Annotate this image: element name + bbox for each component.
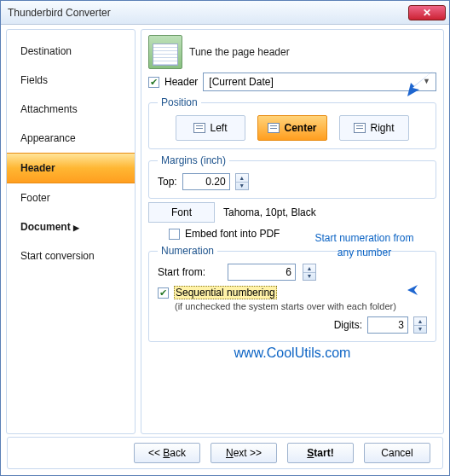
- spin-down-icon[interactable]: ▼: [236, 183, 248, 190]
- sidebar-item-footer[interactable]: Footer: [7, 183, 135, 212]
- numeration-legend: Numeration: [158, 245, 217, 257]
- sequential-label: Sequential numbering: [174, 286, 277, 299]
- margins-legend: Margins (inch): [158, 154, 229, 166]
- start-button[interactable]: Start!: [287, 443, 354, 463]
- align-left-label: Left: [210, 122, 227, 134]
- page-header-icon: [148, 35, 182, 69]
- close-icon: ✕: [423, 7, 431, 19]
- start-from-label: Start from:: [158, 266, 221, 278]
- spin-down-icon[interactable]: ▼: [414, 326, 426, 334]
- digits-label: Digits:: [334, 319, 362, 331]
- sidebar-item-attachments[interactable]: Attachments: [7, 95, 135, 124]
- header-template-select[interactable]: [Current Date]: [203, 73, 436, 91]
- margin-top-input[interactable]: [182, 173, 230, 190]
- sidebar-item-header[interactable]: Header: [7, 153, 135, 183]
- spin-up-icon[interactable]: ▲: [236, 174, 248, 183]
- spin-up-icon[interactable]: ▲: [414, 317, 426, 326]
- margin-top-label: Top:: [158, 176, 177, 188]
- sidebar-item-appearance[interactable]: Appearance: [7, 124, 135, 153]
- window-title: Thunderbird Converter: [8, 7, 408, 19]
- align-right-icon: [354, 123, 366, 133]
- start-from-input[interactable]: [228, 264, 296, 281]
- spin-up-icon[interactable]: ▲: [303, 264, 315, 273]
- margins-group: Margins (inch) Top: ▲ ▼: [148, 154, 436, 199]
- align-center-button[interactable]: Center: [257, 115, 327, 141]
- sidebar-item-start-conversion[interactable]: Start conversion: [7, 241, 135, 270]
- font-button[interactable]: Font: [148, 202, 215, 223]
- titlebar: Thunderbird Converter ✕: [1, 1, 449, 25]
- header-template-value: [Current Date]: [209, 76, 273, 88]
- embed-font-checkbox[interactable]: ✔: [169, 229, 180, 240]
- sequential-note: (if unchecked the system starts over wit…: [175, 301, 427, 311]
- align-center-label: Center: [284, 122, 316, 134]
- sidebar: Destination Fields Attachments Appearanc…: [6, 29, 136, 434]
- numeration-group: Numeration Start from: ▲ ▼ ✔ Sequential …: [148, 245, 436, 342]
- header-checkbox[interactable]: ✔: [148, 77, 159, 88]
- align-right-label: Right: [370, 122, 394, 134]
- sidebar-item-label: Document: [20, 221, 71, 233]
- back-button[interactable]: << Back: [134, 443, 200, 463]
- footer-url[interactable]: www.CoolUtils.com: [148, 345, 436, 361]
- digits-spinner[interactable]: ▲ ▼: [413, 316, 427, 334]
- sidebar-item-fields[interactable]: Fields: [7, 66, 135, 95]
- sequential-checkbox[interactable]: ✔: [158, 287, 169, 299]
- sidebar-item-document[interactable]: Document▶: [7, 212, 135, 241]
- align-left-icon: [193, 123, 205, 133]
- position-group: Position Left Center Right: [148, 96, 436, 149]
- digits-input[interactable]: [367, 316, 408, 334]
- main-panel: Tune the page header ✔ Header [Current D…: [141, 29, 444, 434]
- margin-top-spinner[interactable]: ▲ ▼: [235, 173, 249, 190]
- cancel-button[interactable]: Cancel: [364, 443, 430, 463]
- next-button[interactable]: Next >>: [211, 443, 277, 463]
- wizard-buttons: << Back Next >> Start! Cancel: [7, 437, 443, 469]
- align-center-icon: [268, 123, 280, 133]
- spin-down-icon[interactable]: ▼: [303, 273, 315, 281]
- chevron-right-icon: ▶: [73, 223, 79, 232]
- sidebar-item-destination[interactable]: Destination: [7, 37, 135, 66]
- app-window: Thunderbird Converter ✕ Destination Fiel…: [0, 0, 450, 476]
- close-button[interactable]: ✕: [408, 5, 446, 20]
- align-left-button[interactable]: Left: [176, 115, 245, 141]
- align-right-button[interactable]: Right: [339, 115, 409, 141]
- font-description: Tahoma, 10pt, Black: [223, 206, 316, 218]
- start-from-spinner[interactable]: ▲ ▼: [303, 264, 316, 281]
- position-legend: Position: [158, 96, 201, 108]
- panel-subtitle: Tune the page header: [189, 46, 290, 58]
- header-checkbox-label: Header: [164, 76, 198, 88]
- embed-font-label: Embed font into PDF: [185, 228, 280, 240]
